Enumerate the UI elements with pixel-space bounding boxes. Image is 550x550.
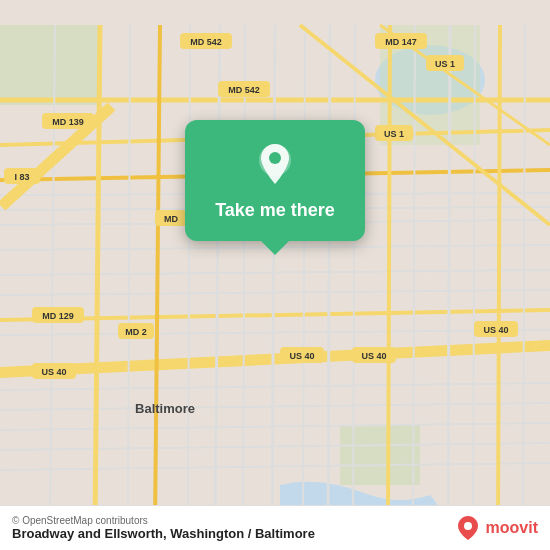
moovit-label: moovit [486, 519, 538, 537]
svg-text:MD 2: MD 2 [125, 327, 147, 337]
map-container: MD 542 MD 542 MD 147 US 1 US 1 MD 139 I … [0, 0, 550, 550]
pin-icon [251, 140, 299, 188]
svg-text:US 1: US 1 [435, 59, 455, 69]
svg-text:MD 542: MD 542 [190, 37, 222, 47]
svg-line-27 [328, 25, 330, 525]
copyright-text: © OpenStreetMap contributors [12, 515, 315, 526]
svg-point-74 [269, 152, 281, 164]
svg-text:MD: MD [164, 214, 178, 224]
bottom-bar-info: © OpenStreetMap contributors Broadway an… [12, 515, 315, 541]
location-text: Broadway and Ellsworth, Washington / Bal… [12, 526, 315, 541]
svg-text:MD 542: MD 542 [228, 85, 260, 95]
svg-text:US 1: US 1 [384, 129, 404, 139]
svg-text:US 40: US 40 [483, 325, 508, 335]
svg-text:I 83: I 83 [14, 172, 29, 182]
svg-line-30 [498, 25, 500, 525]
svg-text:Baltimore: Baltimore [135, 401, 195, 416]
svg-text:US 40: US 40 [289, 351, 314, 361]
svg-text:MD 139: MD 139 [52, 117, 84, 127]
moovit-logo: moovit [454, 514, 538, 542]
svg-line-28 [388, 25, 390, 525]
popup-card[interactable]: Take me there [185, 120, 365, 241]
svg-point-75 [464, 522, 472, 530]
svg-text:MD 147: MD 147 [385, 37, 417, 47]
svg-text:US 40: US 40 [361, 351, 386, 361]
moovit-icon [454, 514, 482, 542]
svg-text:MD 129: MD 129 [42, 311, 74, 321]
svg-text:US 40: US 40 [41, 367, 66, 377]
bottom-bar: © OpenStreetMap contributors Broadway an… [0, 505, 550, 550]
svg-rect-2 [0, 25, 100, 105]
svg-line-29 [448, 25, 450, 525]
svg-rect-4 [340, 425, 420, 485]
take-me-there-button[interactable]: Take me there [215, 200, 335, 221]
